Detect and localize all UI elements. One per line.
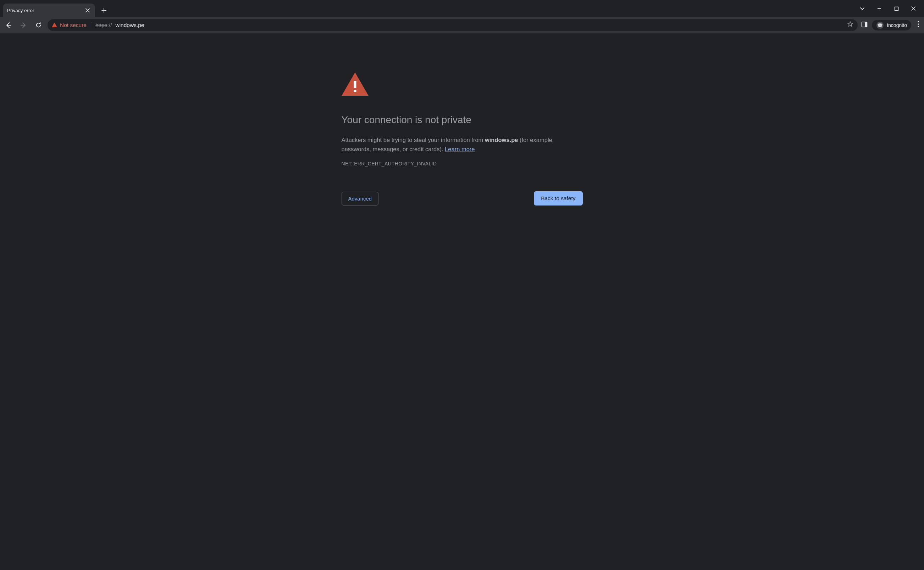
error-code: NET::ERR_CERT_AUTHORITY_INVALID: [342, 161, 583, 167]
forward-button[interactable]: [18, 20, 29, 31]
svg-rect-0: [895, 7, 898, 10]
browser-tab[interactable]: Privacy error: [3, 3, 95, 17]
maximize-icon: [894, 6, 899, 11]
svg-rect-10: [354, 81, 356, 88]
window-controls: [859, 0, 924, 17]
svg-point-3: [877, 21, 884, 28]
window-minimize-button[interactable]: [876, 5, 883, 12]
svg-rect-4: [878, 25, 883, 25]
button-row: Advanced Back to safety: [342, 191, 583, 205]
svg-rect-11: [354, 90, 356, 92]
titlebar: Privacy error: [0, 0, 924, 17]
not-secure-label: Not secure: [60, 22, 87, 28]
incognito-icon: [876, 21, 884, 29]
window-close-button[interactable]: [910, 5, 917, 12]
svg-point-9: [918, 26, 919, 27]
security-chip[interactable]: Not secure: [52, 22, 87, 28]
back-to-safety-button[interactable]: Back to safety: [534, 191, 582, 205]
learn-more-link[interactable]: Learn more: [445, 146, 475, 152]
chevron-down-icon: [860, 6, 865, 11]
warning-triangle-icon: [342, 72, 583, 97]
back-button[interactable]: [3, 20, 14, 31]
side-panel-icon: [861, 21, 867, 28]
tab-close-button[interactable]: [84, 7, 91, 14]
svg-point-8: [918, 23, 919, 25]
toolbar-right: Incognito: [861, 20, 921, 31]
side-panel-button[interactable]: [861, 21, 867, 29]
page-heading: Your connection is not private: [342, 114, 583, 126]
tab-search-button[interactable]: [859, 5, 866, 12]
star-icon: [847, 21, 854, 27]
tab-title: Privacy error: [7, 8, 81, 13]
reload-icon: [35, 21, 42, 28]
svg-point-7: [918, 21, 919, 22]
toolbar: Not secure https://windows.pe Incognito: [0, 17, 924, 33]
svg-rect-2: [865, 22, 867, 27]
bookmark-button[interactable]: [847, 21, 854, 29]
warning-triangle-icon: [52, 22, 57, 28]
kebab-icon: [918, 21, 919, 27]
body-prefix: Attackers might be trying to steal your …: [342, 136, 485, 143]
advanced-button[interactable]: Advanced: [342, 192, 379, 205]
window-maximize-button[interactable]: [893, 5, 900, 12]
minimize-icon: [877, 6, 882, 11]
body-domain: windows.pe: [485, 136, 518, 143]
warning-body: Attackers might be trying to steal your …: [342, 136, 583, 154]
ssl-interstitial: Your connection is not private Attackers…: [342, 72, 583, 570]
reload-button[interactable]: [33, 20, 44, 31]
menu-button[interactable]: [915, 21, 921, 29]
arrow-right-icon: [20, 21, 27, 29]
url-host: windows.pe: [115, 22, 144, 28]
address-bar[interactable]: Not secure https://windows.pe: [47, 19, 858, 31]
close-icon: [911, 6, 916, 11]
incognito-label: Incognito: [887, 22, 907, 28]
divider: [91, 22, 91, 28]
close-icon: [86, 8, 90, 12]
incognito-indicator[interactable]: Incognito: [872, 20, 911, 31]
url-protocol: https://: [95, 22, 112, 28]
plus-icon: [101, 8, 106, 13]
page-content: Your connection is not private Attackers…: [0, 33, 924, 570]
arrow-left-icon: [5, 21, 12, 29]
new-tab-button[interactable]: [99, 5, 109, 15]
